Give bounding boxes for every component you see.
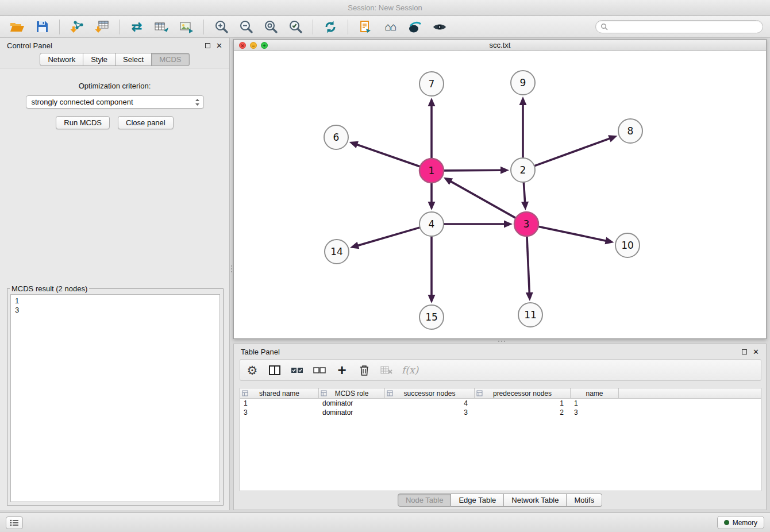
task-history-button[interactable] — [6, 516, 23, 529]
graph-edge[interactable] — [538, 226, 607, 241]
column-header-mcds-role[interactable]: MCDS role — [319, 388, 385, 398]
zoom-in-icon — [214, 20, 229, 34]
control-panel-tabs: Network Style Select MCDS — [0, 53, 229, 66]
close-panel-button[interactable]: Close panel — [118, 116, 174, 129]
graph-edge[interactable] — [444, 170, 502, 171]
graph-edge[interactable] — [357, 228, 420, 246]
delete-column-button[interactable] — [357, 361, 372, 379]
node-table[interactable]: shared name MCDS role successor nodes pr… — [240, 388, 761, 491]
zoom-fit-button[interactable] — [260, 18, 281, 36]
open-folder-icon — [10, 21, 25, 33]
cell-predecessor-nodes[interactable]: 2 — [475, 408, 571, 417]
control-panel: Control Panel ✕ Network Style Select MCD… — [0, 38, 230, 510]
tab-select[interactable]: Select — [116, 53, 152, 66]
column-label: name — [586, 390, 603, 398]
graph-node-label: 10 — [621, 240, 634, 251]
open-session-button[interactable] — [7, 18, 28, 36]
document-share-icon — [359, 20, 372, 34]
tab-style[interactable]: Style — [83, 53, 116, 66]
horizontal-splitter-handle[interactable] — [494, 340, 509, 343]
graph-edge[interactable] — [534, 138, 610, 166]
network-canvas[interactable]: 7968124314101511 — [234, 51, 766, 338]
close-panel-icon[interactable]: ✕ — [216, 42, 222, 49]
zoom-out-button[interactable] — [236, 18, 256, 36]
cell-predecessor-nodes[interactable]: 1 — [475, 399, 571, 407]
cell-mcds-role[interactable]: dominator — [319, 399, 385, 407]
tab-mcds[interactable]: MCDS — [152, 53, 189, 66]
zoom-selected-button[interactable] — [285, 18, 306, 36]
table-row[interactable]: 1 dominator 4 1 1 — [240, 399, 761, 408]
cell-shared-name[interactable]: 3 — [240, 408, 319, 417]
network-graph[interactable]: 7968124314101511 — [234, 51, 766, 338]
refresh-button[interactable] — [320, 18, 341, 36]
network-arrows-icon: ⇄ — [132, 20, 142, 34]
search-input[interactable] — [611, 23, 758, 31]
graph-edge[interactable] — [527, 236, 529, 294]
home-button[interactable]: ⌂⌂ — [380, 18, 401, 36]
window-titlebar[interactable]: Session: New Session — [0, 0, 770, 16]
table-settings-button[interactable]: ⚙ — [245, 361, 260, 379]
column-header-shared-name[interactable]: shared name — [240, 388, 319, 398]
network-table-button[interactable] — [151, 18, 172, 36]
show-columns-button[interactable] — [267, 361, 282, 379]
zoom-in-button[interactable] — [211, 18, 232, 36]
network-window-title: scc.txt — [490, 41, 511, 49]
graph-edge[interactable] — [356, 144, 420, 167]
column-header-predecessor-nodes[interactable]: predecessor nodes — [475, 388, 571, 398]
global-search[interactable] — [595, 20, 763, 33]
graph-node-label: 6 — [333, 132, 340, 143]
export-image-button[interactable] — [176, 18, 197, 36]
cell-name[interactable]: 1 — [571, 399, 619, 407]
graph-edge-arrowhead — [608, 135, 617, 142]
vertical-splitter-handle[interactable] — [230, 261, 233, 276]
cell-successor-nodes[interactable]: 3 — [385, 408, 475, 417]
tab-motifs[interactable]: Motifs — [567, 494, 602, 507]
result-line: 1 — [15, 296, 215, 306]
cell-successor-nodes[interactable]: 4 — [385, 399, 475, 407]
apply-style-button[interactable] — [405, 18, 425, 36]
add-column-button[interactable]: + — [334, 361, 349, 379]
graph-edge[interactable] — [450, 181, 515, 218]
float-table-panel-icon[interactable] — [742, 349, 747, 354]
zoom-selected-icon — [288, 20, 303, 34]
memory-status-icon — [724, 520, 729, 525]
select-all-columns-button[interactable] — [290, 361, 305, 379]
graph-edge[interactable] — [523, 182, 525, 203]
float-panel-icon[interactable] — [205, 43, 210, 48]
column-header-name[interactable]: name — [571, 388, 619, 398]
mcds-result-list[interactable]: 1 3 — [10, 294, 220, 502]
import-table-button[interactable] — [91, 18, 112, 36]
network-window-titlebar[interactable]: ✕ − + scc.txt — [234, 40, 766, 51]
show-hide-button[interactable] — [429, 18, 450, 36]
save-session-button[interactable] — [32, 18, 52, 36]
paste-style-button[interactable] — [355, 18, 376, 36]
toolbar-separator — [59, 20, 60, 34]
cell-name[interactable]: 3 — [571, 408, 619, 417]
result-line: 3 — [15, 306, 215, 315]
toolbar-separator — [203, 20, 204, 34]
column-label: successor nodes — [403, 390, 455, 398]
close-window-icon[interactable]: ✕ — [239, 42, 246, 49]
table-row[interactable]: 3 dominator 3 2 3 — [240, 408, 761, 417]
tab-edge-table[interactable]: Edge Table — [451, 494, 504, 507]
tab-network[interactable]: Network — [40, 53, 83, 66]
column-header-successor-nodes[interactable]: successor nodes — [385, 388, 475, 398]
import-network-button[interactable] — [67, 18, 87, 36]
graph-edge-arrowhead — [526, 292, 533, 301]
maximize-window-icon[interactable]: + — [261, 42, 268, 49]
graph-node-label: 11 — [524, 309, 537, 321]
deselect-all-columns-button[interactable] — [312, 361, 327, 379]
optimization-criterion-label: Optimization criterion: — [0, 82, 229, 90]
run-mcds-button[interactable]: Run MCDS — [56, 116, 110, 129]
tab-node-table[interactable]: Node Table — [398, 494, 452, 507]
minimize-window-icon[interactable]: − — [250, 42, 257, 49]
new-network-button[interactable]: ⇄ — [126, 18, 147, 36]
optimization-select[interactable]: strongly connected component — [26, 95, 204, 109]
trash-icon — [359, 364, 369, 376]
close-table-panel-icon[interactable]: ✕ — [753, 348, 759, 356]
memory-button[interactable]: Memory — [717, 516, 764, 529]
tab-network-table[interactable]: Network Table — [504, 494, 567, 507]
cell-mcds-role[interactable]: dominator — [319, 408, 385, 417]
function-builder-button: f(x) — [402, 361, 418, 379]
cell-shared-name[interactable]: 1 — [240, 399, 319, 407]
